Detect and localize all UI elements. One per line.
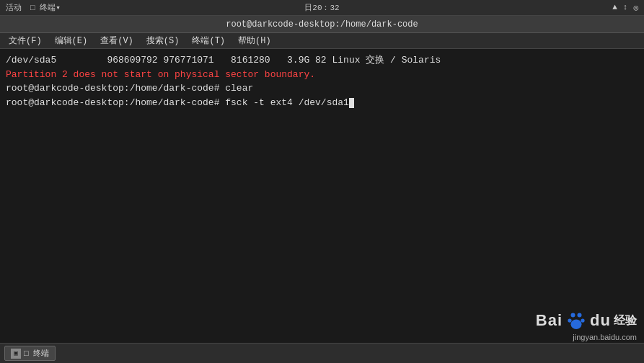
system-bar-right: ▲ ↕ ◎: [612, 3, 638, 12]
terminal-indicator[interactable]: □ 终端▾: [30, 2, 61, 13]
menu-help[interactable]: 帮助(H): [232, 33, 277, 48]
sys-icon-1[interactable]: ▲: [612, 3, 617, 12]
terminal-line-fsck: root@darkcode-desktop:/home/dark-code# f…: [6, 96, 638, 110]
activities-label[interactable]: 活动: [6, 2, 22, 13]
svg-point-4: [571, 320, 582, 330]
menu-search[interactable]: 搜索(S): [141, 33, 185, 48]
menu-file[interactable]: 文件(F): [3, 33, 48, 48]
svg-point-3: [581, 318, 584, 322]
taskbar-window-terminal[interactable]: ▣ □ 终端: [4, 346, 56, 361]
taskbar: ▣ □ 终端: [0, 343, 644, 363]
baidu-logo-row: Bai du 经验: [536, 310, 637, 331]
menu-view[interactable]: 查看(V): [94, 33, 139, 48]
window-title: root@darkcode-desktop:/home/dark-code: [226, 19, 418, 30]
baidu-text: Bai: [536, 311, 563, 330]
sys-icon-2[interactable]: ↕: [623, 3, 628, 12]
svg-point-1: [578, 313, 582, 318]
sys-icon-3[interactable]: ◎: [633, 3, 638, 12]
baidu-watermark: Bai du 经验 jingyan.baidu.com: [536, 310, 637, 341]
baidu-url: jingyan.baidu.com: [536, 333, 637, 341]
datetime-label: 日20：32: [304, 2, 339, 13]
menu-terminal[interactable]: 终端(T): [186, 33, 231, 48]
svg-point-2: [568, 318, 571, 322]
taskbar-window-icon: ▣: [11, 349, 21, 359]
terminal-line-partition: /dev/sda5 968609792 976771071 8161280 3.…: [6, 53, 638, 68]
taskbar-window-label: □ 终端: [24, 348, 49, 359]
terminal-area[interactable]: /dev/sda5 968609792 976771071 8161280 3.…: [0, 49, 644, 343]
menu-bar: 文件(F) 编辑(E) 查看(V) 搜索(S) 终端(T) 帮助(H): [0, 33, 644, 49]
baidu-text2: du: [590, 311, 611, 330]
terminal-small-icon: ▣: [14, 349, 17, 357]
system-bar-left: 活动 □ 终端▾: [6, 2, 61, 13]
system-bar: 活动 □ 终端▾ 日20：32 ▲ ↕ ◎: [0, 0, 644, 16]
menu-edit[interactable]: 编辑(E): [49, 33, 94, 48]
svg-point-0: [571, 313, 575, 318]
title-bar: root@darkcode-desktop:/home/dark-code: [0, 16, 644, 33]
main-content: 活动 □ 终端▾ 日20：32 ▲ ↕ ◎ root@darkcode-desk…: [0, 0, 644, 343]
terminal-line-error: Partition 2 does not start on physical s…: [6, 68, 638, 82]
baidu-jingyan-label: 经验: [614, 313, 637, 328]
baidu-paw-icon: [565, 310, 587, 331]
terminal-cursor: [349, 98, 354, 108]
terminal-line-clear: root@darkcode-desktop:/home/dark-code# c…: [6, 81, 638, 96]
